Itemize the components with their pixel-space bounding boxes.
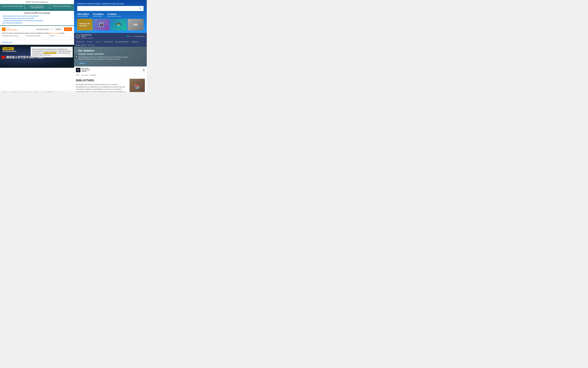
dhm-menu-icon[interactable]: ☰ [143,69,145,72]
springer-readers-label: monthly readers [93,16,103,17]
mpg-header: Wählen Sie einen Katalog aus: [0,0,74,4]
mpg-katalog-section: Zentrale und MPG-weite Kataloge Zeitschr… [0,11,74,25]
dhm-text-area: BIBLIOTHEK Die Bibliothek des Deutschen … [76,79,128,92]
stabi-nav-kontakt[interactable]: Kontakt | Auskunft [75,44,86,46]
stabi-nav-staatsbibliothek[interactable]: Die Staatsbibliothek ▾ [114,40,130,44]
stabi-konto-link[interactable]: 👤 Bibliothekskonto [132,36,145,37]
stabi-nav-service[interactable]: Service ▾ [86,40,94,44]
scidir-open-access-link[interactable]: open access [50,32,58,34]
springer-search-input[interactable] [77,6,137,11]
confidence-logo: Confidence IN RESEARCH [2,47,16,52]
bundesarchiv-presse[interactable]: PRESSE [26,92,32,92]
scidir-field-terms-input[interactable] [2,37,25,40]
stabi-logo-icon: S [76,35,80,38]
scidir-field-terms: Find articles with these terms [2,35,25,40]
stabi-nav-vor-ort[interactable]: Vor Ort ▾ [94,40,102,44]
bundesarchiv-ueber-uns[interactable]: ÜBER UNS [2,92,9,92]
springer-hero-label: Home for all research [79,23,90,27]
mpg-divider [0,10,74,11]
scidir-header: E elsevier ScienceDirect Journals & Book… [2,28,72,31]
springer-stat-downloads: 200 million monthly downloads [77,13,89,17]
stabi-section: S Staatsbibliothek zu Berlin Preußischer… [74,33,147,47]
stabi-nav: Recherche ▾ Service ▾ Vor Ort ▾ Sammlung… [74,40,147,44]
dhm-breadcrumb-sammlung[interactable]: Sammlung [82,74,88,76]
scidir-advanced-search-link[interactable]: Advanced search [2,41,13,43]
dhm-content: BIBLIOTHEK Die Bibliothek des Deutschen … [74,77,147,92]
bundesarchiv-social-x[interactable]: ✕ [55,91,56,92]
mpg-tab-zentrale[interactable]: Zentrale und MPG-weite Kataloge [0,4,25,10]
dhm-breadcrumb: DHM • Sammlung • Bibliothek [74,74,147,77]
bundesarchiv-en[interactable]: EN [44,92,46,92]
scidir-field-author-input[interactable] [49,37,72,40]
dhm-library-image-icon: 📚 [134,83,140,90]
dhm-section: D DEUTSCHESHISTORISCHESMUSEUM ☰ DHM • Sa… [74,66,147,92]
scidir-field-author-label: Author(s) [49,35,72,37]
stabi-lang-en[interactable]: 🌐 EN [127,36,130,37]
springer-hero-image-3: ⌨️ [128,19,144,30]
confidence-highlight: confidence in research [43,52,57,54]
scidir-logo-text: elsevier ScienceDirect [6,28,17,31]
springer-stat-readers: 24 million monthly readers [93,13,103,17]
springer-hero: Home for all research 👨‍👩‍👧 👩‍💻 ⌨️ [77,19,144,30]
stabikat-desc: Ihre Recherche beginnt hier. Im StabiKat… [78,56,129,60]
springer-search-container: Search for research articles, academic b… [77,2,144,11]
mpg-tabs: Zentrale und MPG-weite Kataloge OPACs de… [0,4,74,10]
bundesarchiv-top-bar: ÜBER UNS KARRIERE AKTUELLES PRESSE KONTA… [0,91,74,92]
stabi-nav-sammlungen[interactable]: Sammlungen ▾ [102,40,114,44]
stabi-nav-sub: Kontakt | Auskunft 🔍 Suche [74,44,147,47]
dhm-breadcrumb-sep2: • [89,74,90,76]
bundesarchiv-karriere[interactable]: KARRIERE [10,92,16,92]
springer-hero-image-1: 👨‍👩‍👧 [93,19,110,30]
stabi-top-actions: 🌐 EN 👤 Bibliothekskonto [127,36,145,37]
bundesarchiv-aktuelles[interactable]: AKTUELLES [18,92,25,92]
scidir-field-journal-input[interactable] [26,37,48,40]
stabikat-subtitle: Literatur suchen und finden [78,53,144,55]
bundesarchiv-section: ÜBER UNS KARRIERE AKTUELLES PRESSE KONTA… [0,91,74,92]
dhm-header: D DEUTSCHESHISTORISCHESMUSEUM ☰ [74,66,147,74]
dhm-page-title: BIBLIOTHEK [76,79,128,82]
bundesarchiv-kontakt[interactable]: KONTAKT [33,92,38,92]
springer-search-title: Search for research articles, academic b… [77,2,144,5]
dhm-logo-text: DEUTSCHESHISTORISCHESMUSEUM [82,68,90,72]
mpg-link-demo[interactable]: Max-Planck-Demo-Bibliothek [2,22,72,24]
stabikat-prev-chevron[interactable]: ❮ [75,55,78,59]
mpg-link-ebooks[interactable]: E-Books-Katalog der Max-Planck-Gesellsch… [2,17,72,19]
bundesarchiv-social-instagram[interactable]: 📷 [57,91,59,92]
bundesarchiv-kla[interactable]: KLA [40,92,42,92]
stabi-top-bar: S Staatsbibliothek zu Berlin Preußischer… [74,33,147,40]
dhm-breadcrumb-bibliothek[interactable]: Bibliothek [91,74,97,76]
mpg-link-zeitschriften[interactable]: Zeitschriftenverzeichnis der Max-Planck-… [2,15,72,17]
mpg-link-multipoolsuche[interactable]: Multipoolsuche Bibliotheken der Max-Plan… [2,19,72,22]
scidir-search-desc: Search for peer-reviewed journal article… [2,32,72,34]
scidir-journals-books-link[interactable]: Journals & Books [36,28,49,30]
springer-section: Search for research articles, academic b… [74,0,147,33]
dhm-breadcrumb-sep1: • [80,74,81,76]
dhm-library-image: 📚 [129,79,145,92]
dhm-breadcrumb-dhm[interactable]: DHM [76,74,79,76]
confidence-section: Confidence IN RESEARCH Elsevier has part… [0,45,74,68]
springer-downloads-label: monthly downloads [77,16,89,17]
stabikat-heute-button[interactable]: HEUTE + [78,62,86,64]
mpg-tab-opacs-max[interactable]: OPACs der Max-Planck-Institutsbibliothek… [25,4,49,10]
scidir-field-journal: In this journal or book title [26,35,48,40]
stabi-nav-suche[interactable]: 🔍 Suche [88,44,95,46]
stabi-logo-area: S Staatsbibliothek zu Berlin Preußischer… [76,34,93,39]
scidir-field-terms-label: Find articles with these terms [2,35,25,37]
springer-stat-authors: 3 million authors submit annually [107,13,121,17]
scidir-fields: Find articles with these terms In this j… [2,35,72,40]
springer-hero-image-2: 👩‍💻 [110,19,127,30]
scidir-signin-button[interactable]: Sign in [64,28,72,31]
bundesarchiv-direkt-zu[interactable]: DIREKT ZU [47,92,54,92]
springer-search-button[interactable]: 🔍 [137,6,144,11]
scidir-nav: Journals & Books ? Register Sign in [36,28,72,31]
stabi-nav-recherche[interactable]: Recherche ▾ [75,40,86,44]
scidir-field-author: Author(s) [49,35,72,40]
stabikat-section: ❮ Der StabiKat: Literatur suchen und fin… [74,47,147,66]
stabi-nav-aktuelles[interactable]: Aktuelles ▾ [130,40,140,44]
scidir-register-button[interactable]: Register [54,28,63,31]
scidir-name: ScienceDirect [6,29,17,31]
dhm-logo-icon: D [76,68,80,72]
stabikat-title: Der StabiKat: [78,49,144,52]
mpg-tab-opacs-other[interactable]: OPACs anderer Bibliotheken [49,4,74,10]
scidir-help-icon[interactable]: ? [50,28,53,30]
